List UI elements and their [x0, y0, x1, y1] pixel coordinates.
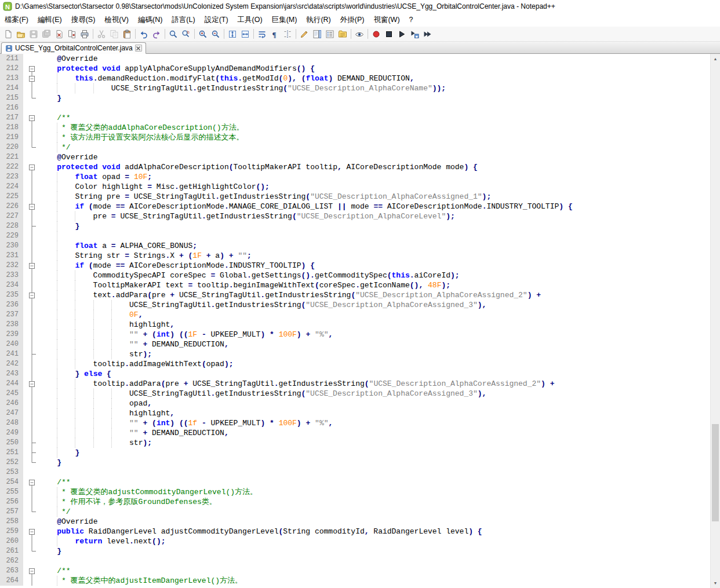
fold-collapse-icon[interactable]	[27, 477, 37, 487]
bookmark-margin[interactable]	[23, 497, 27, 507]
bookmark-margin[interactable]	[23, 349, 27, 359]
code-line-229[interactable]: 229	[0, 231, 710, 241]
bookmark-margin[interactable]	[23, 93, 27, 103]
stop-macro-icon[interactable]	[383, 28, 395, 41]
bookmark-margin[interactable]	[23, 428, 27, 438]
scrollbar-thumb[interactable]	[712, 424, 719, 522]
code-line-260[interactable]: 260 return level.next();	[0, 536, 710, 546]
code-line-264[interactable]: 264 * 覆盖父类中的adjustItemDangerLevel()方法。	[0, 576, 710, 586]
bookmark-margin[interactable]	[23, 399, 27, 408]
bookmark-margin[interactable]	[23, 477, 27, 487]
bookmark-margin[interactable]	[23, 74, 27, 83]
bookmark-margin[interactable]	[23, 133, 27, 143]
code-line-253[interactable]: 253	[0, 468, 710, 477]
folder-as-workspace-icon[interactable]	[336, 28, 349, 41]
bookmark-margin[interactable]	[23, 162, 27, 172]
menu-window[interactable]: 視窗(W)	[369, 13, 404, 27]
print-icon[interactable]	[78, 28, 91, 41]
bookmark-margin[interactable]	[23, 290, 27, 300]
tab-close-icon[interactable]	[135, 45, 142, 52]
fold-collapse-icon[interactable]	[27, 113, 37, 123]
fold-collapse-icon[interactable]	[27, 74, 37, 83]
run-macro-multiple-icon[interactable]	[421, 28, 434, 41]
fold-collapse-icon[interactable]	[27, 162, 37, 172]
document-map-icon[interactable]	[311, 28, 323, 41]
code-line-226[interactable]: 226 if (mode == AICoreDescriptionMode.MA…	[0, 202, 710, 211]
playback-macro-icon[interactable]	[395, 28, 408, 41]
bookmark-margin[interactable]	[23, 251, 27, 261]
bookmark-margin[interactable]	[23, 339, 27, 349]
vertical-scrollbar[interactable]: ▲ ▼	[710, 54, 720, 588]
bookmark-margin[interactable]	[23, 517, 27, 527]
code-line-215[interactable]: 215 }	[0, 93, 710, 103]
tab-active[interactable]: UCSE_Ygg_OrbitalControlCenter.java	[1, 42, 146, 54]
code-line-258[interactable]: 258 @Override	[0, 517, 710, 527]
code-line-224[interactable]: 224 Color highlight = Misc.getHighlightC…	[0, 182, 710, 192]
bookmark-margin[interactable]	[23, 556, 27, 566]
bookmark-margin[interactable]	[23, 271, 27, 280]
menu-search[interactable]: 搜尋(S)	[67, 13, 100, 27]
indent-guide-icon[interactable]	[281, 28, 294, 41]
bookmark-margin[interactable]	[23, 300, 27, 310]
bookmark-margin[interactable]	[23, 192, 27, 202]
fold-collapse-icon[interactable]	[27, 379, 37, 389]
bookmark-margin[interactable]	[23, 330, 27, 339]
monitoring-icon[interactable]	[353, 28, 366, 41]
bookmark-margin[interactable]	[23, 379, 27, 389]
code-line-257[interactable]: 257 */	[0, 507, 710, 517]
bookmark-margin[interactable]	[23, 83, 27, 93]
bookmark-margin[interactable]	[23, 458, 27, 468]
redo-icon[interactable]	[150, 28, 163, 41]
code-line-246[interactable]: 246 opad,	[0, 399, 710, 408]
close-all-icon[interactable]	[66, 28, 78, 41]
bookmark-margin[interactable]	[23, 103, 27, 113]
bookmark-margin[interactable]	[23, 369, 27, 379]
code-line-223[interactable]: 223 float opad = 10F;	[0, 172, 710, 182]
code-line-220[interactable]: 220 */	[0, 143, 710, 152]
code-line-213[interactable]: 213 this.demandReduction.modifyFlat(this…	[0, 74, 710, 83]
fold-collapse-icon[interactable]	[27, 202, 37, 211]
menu-edit[interactable]: 編輯(E)	[33, 13, 67, 27]
bookmark-margin[interactable]	[23, 566, 27, 576]
bookmark-margin[interactable]	[23, 152, 27, 162]
menu-file[interactable]: 檔案(F)	[0, 13, 33, 27]
bookmark-margin[interactable]	[23, 280, 27, 290]
sync-vertical-icon[interactable]	[226, 28, 239, 41]
find-icon[interactable]	[167, 28, 180, 41]
new-file-icon[interactable]	[2, 28, 14, 41]
fold-collapse-icon[interactable]	[27, 261, 37, 271]
bookmark-margin[interactable]	[23, 418, 27, 428]
code-line-250[interactable]: 250 str);	[0, 438, 710, 448]
fold-collapse-icon[interactable]	[27, 290, 37, 300]
code-line-237[interactable]: 237 0F,	[0, 310, 710, 320]
function-list-icon[interactable]	[323, 28, 336, 41]
code-line-245[interactable]: 245 UCSE_StringTagUtil.getIndustriesStri…	[0, 389, 710, 399]
code-line-235[interactable]: 235 text.addPara(pre + UCSE_StringTagUti…	[0, 290, 710, 300]
bookmark-margin[interactable]	[23, 408, 27, 418]
code-line-242[interactable]: 242 tooltip.addImageWithText(opad);	[0, 359, 710, 369]
bookmark-margin[interactable]	[23, 143, 27, 152]
bookmark-margin[interactable]	[23, 536, 27, 546]
bookmark-margin[interactable]	[23, 172, 27, 182]
code-line-254[interactable]: 254 /**	[0, 477, 710, 487]
code-line-216[interactable]: 216	[0, 103, 710, 113]
bookmark-margin[interactable]	[23, 320, 27, 330]
undo-icon[interactable]	[137, 28, 150, 41]
open-icon[interactable]	[14, 28, 27, 41]
menu-encoding[interactable]: 編碼(N)	[133, 13, 167, 27]
define-language-icon[interactable]	[298, 28, 311, 41]
fold-collapse-icon[interactable]	[27, 566, 37, 576]
menu-view[interactable]: 檢視(V)	[100, 13, 133, 27]
bookmark-margin[interactable]	[23, 389, 27, 399]
code-line-249[interactable]: 249 "" + DEMAND_REDUCTION,	[0, 428, 710, 438]
code-line-212[interactable]: 212 protected void applyAlphaCoreSupplyA…	[0, 64, 710, 74]
code-line-259[interactable]: 259 public RaidDangerLevel adjustCommodi…	[0, 527, 710, 536]
bookmark-margin[interactable]	[23, 546, 27, 556]
record-macro-icon[interactable]	[370, 28, 383, 41]
bookmark-margin[interactable]	[23, 507, 27, 517]
code-line-228[interactable]: 228 }	[0, 221, 710, 231]
bookmark-margin[interactable]	[23, 54, 27, 64]
code-line-227[interactable]: 227 pre = UCSE_StringTagUtil.getIndustri…	[0, 211, 710, 221]
zoom-in-icon[interactable]	[197, 28, 209, 41]
code-line-255[interactable]: 255 * 覆盖父类的adjustCommodityDangerLevel()方…	[0, 487, 710, 497]
